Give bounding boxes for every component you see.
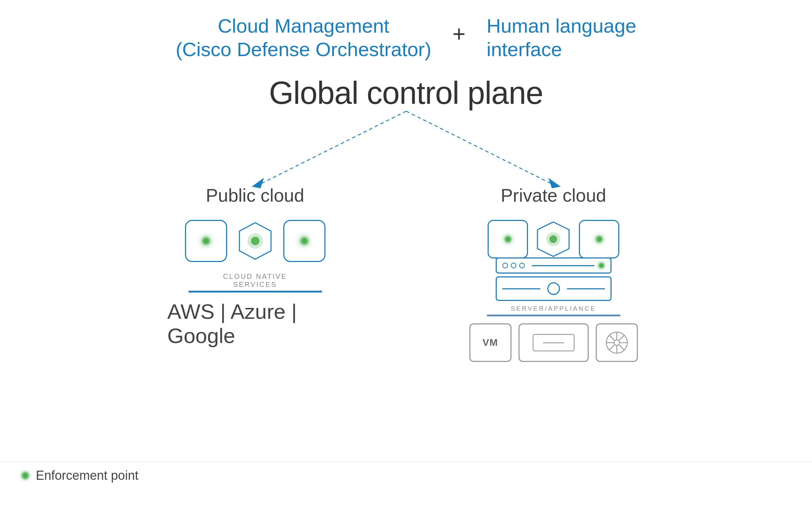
svg-marker-3 [548, 178, 561, 188]
rack-dots [502, 263, 525, 268]
container-inner [533, 334, 575, 351]
virt-icons: VM [469, 323, 638, 362]
svg-line-17 [619, 345, 625, 350]
rack2-line-left [502, 288, 540, 289]
rack2-line-right [567, 288, 605, 289]
server-appliance-label: SERVER/APPLIANCE [511, 305, 596, 312]
rack-status-dot [598, 262, 605, 269]
enforcement-dot-1 [201, 236, 211, 246]
svg-line-2 [406, 111, 554, 185]
header-right-text: Human language interface [487, 14, 636, 61]
container-inner-line [543, 342, 564, 343]
service-icons [185, 220, 325, 262]
server-rack2 [496, 276, 612, 301]
vm-icon: VM [469, 323, 511, 362]
svg-line-16 [609, 335, 614, 340]
clouds-section: Public cloud [0, 185, 812, 362]
private-cloud-icon-square2 [579, 220, 619, 258]
top-devices [488, 220, 619, 258]
cloud-native-label: CLOUD NATIVESERVICES [223, 273, 287, 289]
container-icon [519, 323, 589, 362]
public-cloud: Public cloud [167, 185, 343, 362]
header-right-line2: interface [487, 38, 562, 60]
kubernetes-icon [596, 323, 638, 362]
header-line1: Cloud Management [218, 15, 389, 37]
server-appliance-container: SERVER/APPLIANCE VM [462, 220, 645, 362]
header-left-text: Cloud Management (Cisco Defense Orchestr… [176, 14, 431, 61]
svg-line-18 [619, 335, 625, 340]
vm-label: VM [483, 337, 498, 348]
arrows-section [160, 108, 652, 192]
rack-dot2 [511, 263, 516, 268]
server-rack1 [496, 257, 612, 274]
rack-dot3 [519, 263, 525, 268]
header-right: Human language interface [487, 14, 636, 61]
enforcement-dot-3 [504, 235, 512, 243]
public-cloud-icon-square2 [283, 220, 325, 262]
public-cloud-icon-square [185, 220, 227, 262]
svg-point-6 [247, 233, 263, 249]
global-control-plane-title: Global control plane [269, 75, 543, 111]
legend-enforcement-dot [21, 471, 29, 480]
header-plus: + [453, 18, 466, 47]
private-cloud-divider [487, 315, 620, 316]
main-container: Cloud Management (Cisco Defense Orchestr… [0, 0, 812, 511]
public-cloud-icon-hex [234, 220, 276, 262]
private-cloud-icon-square1 [488, 220, 528, 258]
svg-line-19 [609, 345, 614, 350]
svg-point-9 [546, 232, 560, 246]
rack2-circle [547, 282, 560, 295]
header-left: Cloud Management (Cisco Defense Orchestr… [176, 14, 431, 61]
svg-point-11 [614, 340, 620, 345]
provider-label: AWS | Azure | Google [167, 300, 343, 348]
svg-line-0 [259, 111, 406, 185]
rack-line [532, 265, 594, 266]
legend: Enforcement point [21, 468, 138, 483]
public-cloud-divider [189, 291, 322, 293]
header-section: Cloud Management (Cisco Defense Orchestr… [176, 14, 636, 61]
legend-text: Enforcement point [36, 468, 138, 483]
private-cloud-icon-hex [533, 220, 574, 258]
enforcement-dot-2 [299, 236, 309, 246]
private-cloud: Private cloud [462, 185, 645, 362]
header-line2: (Cisco Defense Orchestrator) [176, 38, 431, 60]
rack-dot1 [502, 263, 508, 268]
header-right-line1: Human language [487, 15, 636, 37]
enforcement-dot-4 [595, 235, 603, 243]
svg-marker-1 [252, 178, 264, 188]
legend-separator [0, 462, 812, 462]
